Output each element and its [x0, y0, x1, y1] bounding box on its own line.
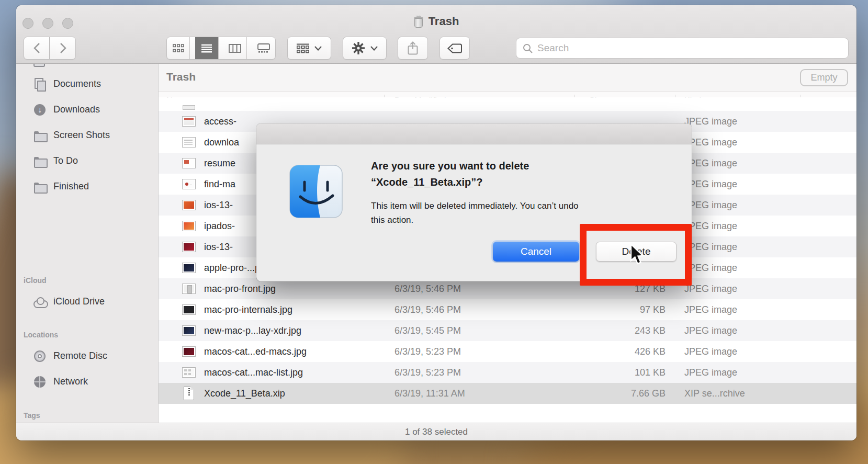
title-bar: Trash: [16, 5, 856, 64]
search-icon: [523, 43, 533, 53]
group-by-icon: [297, 43, 309, 53]
empty-trash-button[interactable]: Empty: [800, 69, 848, 86]
sidebar-item-icon: [33, 78, 46, 90]
sidebar-item[interactable]: Documents: [16, 71, 158, 97]
sidebar-item[interactable]: Downloads: [16, 97, 158, 122]
file-thumbnail-icon: [182, 242, 196, 252]
file-thumbnail-icon: [182, 304, 196, 315]
file-date-modified: 6/3/19, 5:23 PM: [394, 346, 461, 357]
back-button[interactable]: [24, 37, 50, 60]
dialog-body: This item will be deleted immediately. Y…: [371, 199, 674, 227]
sidebar: Documents Downloads Screen Shots To Do F…: [16, 64, 159, 423]
table-row[interactable]: mac-pro-internals.jpg 6/3/19, 5:46 PM 97…: [159, 299, 856, 320]
forward-button[interactable]: [50, 37, 76, 60]
dialog-title-line1: Are you sure you want to delete: [371, 158, 529, 174]
search-input[interactable]: [537, 42, 842, 54]
file-kind: JPEG image: [684, 367, 737, 378]
finder-app-icon: [289, 164, 343, 219]
file-date-modified: 6/3/19, 5:46 PM: [394, 284, 461, 295]
window-title-group: Trash: [16, 15, 856, 28]
location-header: Trash Empty: [159, 64, 856, 92]
cancel-button[interactable]: Cancel: [493, 242, 579, 262]
icon-view-button[interactable]: [167, 37, 190, 59]
sidebar-item-label: Remote Disc: [53, 350, 107, 361]
file-thumbnail-icon: [184, 387, 194, 400]
mouse-cursor: [629, 244, 645, 267]
sidebar-item-label: Screen Shots: [53, 130, 110, 141]
sidebar-item-label: Finished: [53, 181, 89, 192]
list-view-icon: [201, 44, 212, 53]
sidebar-item[interactable]: To Do: [16, 148, 158, 174]
table-row[interactable]: macos-cat...ed-macs.jpg 6/3/19, 5:23 PM …: [159, 341, 856, 362]
table-row[interactable]: macos-cat...mac-list.jpg 6/3/19, 5:23 PM…: [159, 362, 856, 383]
desktop: Trash: [0, 0, 868, 464]
selection-status: 1 of 38 selected: [405, 427, 468, 437]
dialog-body-line1: This item will be deleted immediately. Y…: [371, 199, 674, 213]
dialog-title-bar: [256, 123, 692, 144]
table-row[interactable]: mac-pro-front.jpg 6/3/19, 5:46 PM 127 KB…: [159, 278, 856, 299]
file-name: macos-cat...ed-macs.jpg: [204, 346, 307, 357]
sidebar-item[interactable]: Network: [16, 369, 158, 394]
action-menu-dropdown[interactable]: [343, 37, 387, 60]
sidebar-section-tags: Tags: [16, 402, 158, 423]
file-name: mac-pro-internals.jpg: [204, 304, 292, 315]
sidebar-item-icon: [33, 155, 46, 167]
file-kind: JPEG image: [684, 221, 737, 232]
tag-button[interactable]: [439, 37, 470, 60]
column-view-button[interactable]: [224, 37, 247, 59]
tag-icon: [447, 43, 462, 53]
status-bar: 1 of 38 selected: [16, 423, 856, 440]
file-thumbnail-icon: [182, 284, 196, 294]
file-name: mac-pro-front.jpg: [204, 284, 276, 295]
sidebar-item-icon: [33, 376, 46, 388]
sidebar-item[interactable]: Remote Disc: [16, 343, 158, 369]
file-kind: JPEG image: [684, 179, 737, 190]
table-row[interactable]: new-mac-p...lay-xdr.jpg 6/3/19, 5:45 PM …: [159, 320, 856, 341]
file-name: find-ma: [204, 179, 235, 190]
file-thumbnail-icon: [182, 116, 196, 127]
sidebar-locations-list: Remote Disc Network: [16, 343, 158, 394]
sidebar-item-icon: [33, 180, 46, 193]
table-row[interactable]: Xcode_11_Beta.xip 6/3/19, 11:31 AM 7.66 …: [159, 383, 856, 404]
share-button[interactable]: [398, 37, 428, 60]
chevron-down-icon: [314, 46, 322, 51]
list-view-button[interactable]: [195, 37, 218, 59]
share-icon: [408, 41, 418, 55]
chevron-down-icon: [370, 46, 378, 51]
file-date-modified: 6/3/19, 5:46 PM: [394, 304, 461, 315]
file-size: 101 KB: [603, 367, 666, 378]
sidebar-item-label: Downloads: [53, 104, 100, 115]
file-kind: JPEG image: [684, 263, 737, 274]
file-size: 7.66 GB: [603, 388, 666, 399]
file-date-modified: 6/3/19, 5:23 PM: [394, 367, 461, 378]
sidebar-icloud-list: iCloud Drive: [16, 289, 158, 314]
file-thumbnail-icon: [182, 137, 196, 148]
sidebar-item-label: To Do: [53, 155, 78, 166]
gallery-view-button[interactable]: [252, 37, 275, 59]
file-name: resume: [204, 158, 235, 169]
sidebar-item[interactable]: Finished: [16, 174, 158, 199]
file-kind: JPEG image: [684, 304, 737, 315]
grid-view-icon: [173, 44, 184, 53]
dialog-title-line2: “Xcode_11_Beta.xip”?: [371, 174, 529, 190]
search-field[interactable]: [516, 38, 849, 59]
sidebar-item[interactable]: Screen Shots: [16, 122, 158, 148]
clipped-sidebar-item-icon: [33, 64, 45, 67]
file-kind: JPEG image: [684, 242, 737, 253]
file-name: Xcode_11_Beta.xip: [204, 388, 285, 399]
file-name: macos-cat...mac-list.jpg: [204, 367, 303, 378]
group-by-dropdown[interactable]: [287, 37, 331, 60]
file-size: 243 KB: [603, 325, 666, 336]
file-thumbnail-icon: [182, 325, 196, 336]
file-thumbnail-icon: [182, 346, 196, 357]
file-thumbnail-icon: [182, 221, 196, 231]
file-name: downloa: [204, 137, 239, 148]
sidebar-item-label: Documents: [53, 78, 101, 89]
sidebar-item[interactable]: iCloud Drive: [16, 289, 158, 314]
file-kind: JPEG image: [684, 158, 737, 169]
dialog-title: Are you sure you want to delete “Xcode_1…: [371, 158, 529, 190]
chevron-right-icon: [60, 42, 66, 54]
file-size: 97 KB: [603, 304, 666, 315]
file-name: access-: [204, 116, 236, 127]
window-title: Trash: [429, 15, 459, 28]
